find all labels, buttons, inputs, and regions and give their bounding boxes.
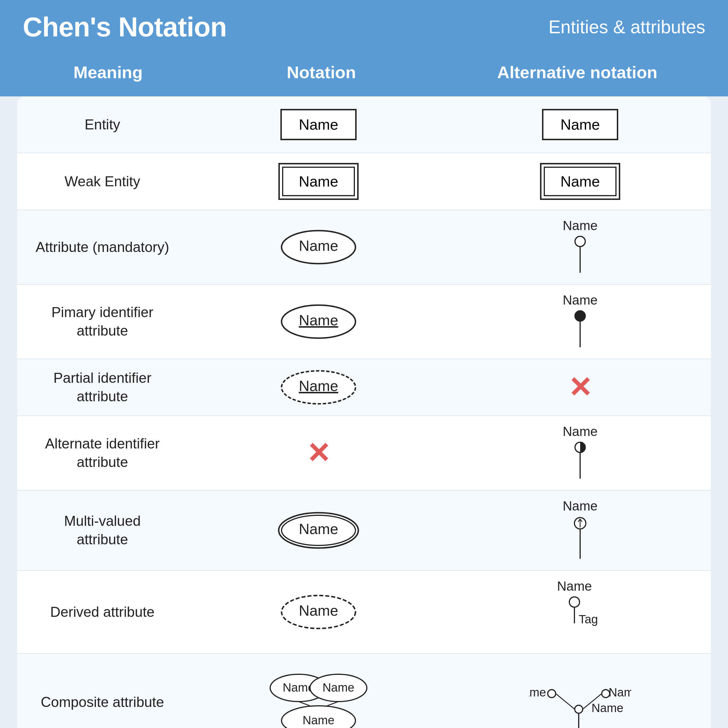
alt-cell: Name Name Name	[449, 654, 711, 728]
column-headers: Meaning Notation Alternative notation	[0, 54, 728, 96]
notation-cell: Name Name Name	[188, 657, 449, 728]
svg-text:Name: Name	[299, 521, 338, 537]
svg-text:Name: Name	[563, 425, 597, 439]
meaning-cell: Weak Entity	[17, 165, 188, 198]
table-row: Attribute (mandatory) Name Name	[17, 210, 711, 284]
svg-text:Tag: Tag	[579, 613, 598, 626]
cross-symbol: ✕	[307, 439, 330, 467]
meaning-cell: Composite attribute	[17, 685, 188, 719]
col-notation: Notation	[193, 63, 449, 82]
table-row: Composite attribute Name Name Name	[17, 654, 711, 728]
svg-point-8	[575, 311, 585, 321]
ellipse-partial: Name	[279, 369, 358, 406]
meaning-cell: Derived attribute	[17, 595, 188, 629]
page-container: Chen's Notation Entities & attributes Me…	[0, 0, 728, 728]
meaning-cell: Entity	[17, 108, 188, 141]
col-meaning: Meaning	[23, 63, 193, 82]
svg-line-37	[298, 702, 310, 706]
weak-entity-notation: Name	[278, 163, 359, 200]
svg-text:Name: Name	[557, 579, 592, 593]
meaning-cell: Pimary identifierattribute	[17, 295, 188, 349]
composite-notation: Name Name Name	[265, 665, 373, 728]
table-row: Derived attribute Name Name Tag	[17, 571, 711, 654]
header-subtitle: Entities & attributes	[549, 17, 705, 38]
notation-cell: Name	[188, 100, 449, 149]
svg-text:Name: Name	[323, 681, 354, 694]
svg-point-28	[569, 597, 580, 607]
table-row: Partial identifierattribute Name ✕	[17, 359, 711, 416]
svg-point-43	[575, 705, 583, 713]
meaning-cell: Alternate identifierattribute	[17, 426, 188, 480]
meaning-cell: Multi-valuedattribute	[17, 503, 188, 557]
table-body: Entity Name Name Weak Entity Nam	[17, 96, 711, 728]
svg-point-3	[575, 236, 585, 246]
alt-cell: Name Tag	[449, 571, 711, 653]
alt-alternate: Name	[563, 425, 597, 482]
alt-mandatory: Name	[563, 219, 597, 275]
page-title: Chen's Notation	[23, 11, 226, 43]
weak-entity-alt: Name	[540, 163, 621, 200]
svg-text:Name: Name	[299, 378, 338, 394]
svg-point-42	[602, 690, 610, 697]
weak-entity-inner-alt: Name	[544, 167, 617, 196]
svg-text:Name: Name	[299, 237, 338, 254]
entity-box-alt: Name	[542, 109, 618, 140]
weak-entity-inner: Name	[282, 167, 355, 196]
alt-primary: Name	[563, 293, 597, 350]
meaning-cell: Attribute (mandatory)	[17, 230, 188, 264]
col-alternative: Alternative notation	[449, 63, 705, 82]
svg-text:Name: Name	[563, 219, 597, 233]
cross-symbol: ✕	[568, 373, 592, 402]
alt-composite: Name Name Name	[529, 662, 631, 728]
ellipse-derived: Name	[279, 593, 358, 630]
table-row: Alternate identifierattribute ✕ Name	[17, 416, 711, 491]
alt-multivalued: Name	[563, 499, 597, 562]
meaning-cell: Partial identifierattribute	[17, 360, 188, 414]
svg-text:Name: Name	[303, 714, 335, 727]
svg-text:Name: Name	[529, 686, 546, 699]
notation-cell: Name	[188, 360, 449, 414]
alt-cell: Name	[449, 154, 711, 208]
svg-line-45	[556, 694, 575, 709]
svg-point-40	[548, 690, 556, 697]
alt-cell: ✕	[449, 365, 711, 410]
header: Chen's Notation Entities & attributes	[0, 0, 728, 54]
svg-text:Name: Name	[299, 602, 338, 619]
table-row: Entity Name Name	[17, 96, 711, 153]
svg-line-38	[327, 702, 338, 706]
notation-cell: Name	[188, 295, 449, 349]
alt-cell: Name	[449, 416, 711, 490]
svg-text:Name: Name	[299, 312, 338, 329]
notation-cell: Name	[188, 585, 449, 639]
alt-cell: Name	[449, 284, 711, 359]
svg-text:Name: Name	[592, 701, 623, 715]
notation-cell: Name	[188, 499, 449, 562]
ellipse-mandatory: Name	[279, 229, 358, 266]
table-row: Weak Entity Name Name	[17, 153, 711, 210]
alt-derived: Name Tag	[557, 579, 603, 645]
ellipse-primary: Name	[279, 303, 358, 340]
alt-cell: Name	[449, 100, 711, 149]
svg-text:Name: Name	[609, 686, 631, 699]
svg-text:Name: Name	[563, 293, 597, 307]
table-row: Pimary identifierattribute Name Name	[17, 284, 711, 359]
ellipse-multivalued: Name	[273, 508, 364, 553]
entity-box: Name	[280, 109, 357, 140]
notation-cell: Name	[188, 154, 449, 208]
alt-cell: Name	[449, 491, 711, 570]
alt-cell: Name	[449, 210, 711, 284]
table-row: Multi-valuedattribute Name Name	[17, 491, 711, 571]
svg-text:Name: Name	[563, 499, 597, 513]
notation-cell: ✕	[188, 430, 449, 476]
notation-cell: Name	[188, 220, 449, 274]
